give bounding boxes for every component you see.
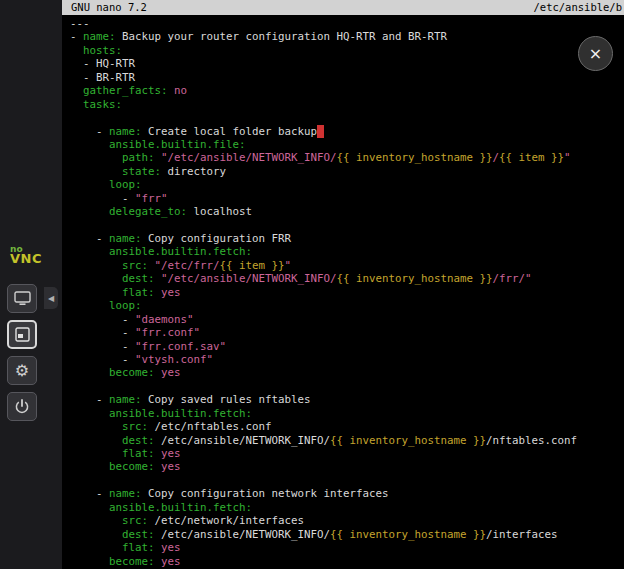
nano-titlebar: GNU nano 7.2 /etc/ansible/b	[62, 0, 624, 15]
code-line: src: "/etc/frr/{{ item }}"	[70, 259, 624, 272]
editor-body[interactable]: ---- name: Backup your router configurat…	[62, 15, 624, 568]
code-line	[70, 111, 624, 124]
code-line: delegate_to: localhost	[70, 205, 624, 218]
code-line: - "frr.conf"	[70, 326, 624, 339]
code-line: ---	[70, 17, 624, 30]
settings-button[interactable]: ⚙	[7, 356, 37, 385]
gear-icon: ⚙	[15, 363, 29, 379]
code-line: dest: "/etc/ansible/NETWORK_INFO/{{ inve…	[70, 272, 624, 285]
code-line	[70, 219, 624, 232]
code-line: path: "/etc/ansible/NETWORK_INFO/{{ inve…	[70, 151, 624, 164]
code-line: ansible.builtin.fetch:	[70, 245, 624, 258]
code-line: ansible.builtin.fetch:	[70, 501, 624, 514]
control-bar-buttons: ⚙	[7, 284, 37, 421]
close-button[interactable]: ×	[578, 36, 613, 71]
code-line	[70, 474, 624, 487]
code-line: - "daemons"	[70, 313, 624, 326]
power-icon	[14, 399, 30, 415]
file-path: /etc/ansible/b	[533, 0, 622, 15]
code-line: become: yes	[70, 366, 624, 379]
code-line: src: /etc/network/interfaces	[70, 514, 624, 527]
vnc-control-sidebar: no VNC ⚙	[0, 0, 62, 569]
nano-terminal[interactable]: GNU nano 7.2 /etc/ansible/b ---- name: B…	[62, 0, 624, 569]
code-line: state: directory	[70, 165, 624, 178]
code-line: gather_facts: no	[70, 84, 624, 97]
code-line: dest: /etc/ansible/NETWORK_INFO/{{ inven…	[70, 528, 624, 541]
close-icon: ×	[589, 44, 602, 63]
code-line: become: yes	[70, 460, 624, 473]
vnc-logo: no VNC	[10, 245, 42, 263]
code-line: become: yes	[70, 555, 624, 568]
fullscreen-icon	[15, 327, 30, 342]
code-line: - name: Backup your router configuration…	[70, 30, 624, 43]
code-line: - name: Copy configuration FRR	[70, 232, 624, 245]
code-line: - name: Copy configuration network inter…	[70, 487, 624, 500]
screen-button[interactable]	[7, 284, 37, 313]
code-line: flat: yes	[70, 447, 624, 460]
code-line: tasks:	[70, 98, 624, 111]
code-line: - name: Copy saved rules nftables	[70, 393, 624, 406]
code-line: ansible.builtin.fetch:	[70, 407, 624, 420]
nano-version: GNU nano 7.2	[71, 0, 147, 15]
code-line: loop:	[70, 178, 624, 191]
code-line: - "frr"	[70, 192, 624, 205]
code-line: - "frr.conf.sav"	[70, 340, 624, 353]
code-line: flat: yes	[70, 286, 624, 299]
code-line: hosts:	[70, 44, 624, 57]
code-line: flat: yes	[70, 541, 624, 554]
code-line: - BR-RTR	[70, 71, 624, 84]
fullscreen-button[interactable]	[7, 320, 37, 349]
code-line: - name: Create local folder backup	[70, 125, 624, 138]
code-line: ansible.builtin.file:	[70, 138, 624, 151]
code-line: - HQ-RTR	[70, 57, 624, 70]
chevron-left-icon: ◀	[48, 294, 54, 303]
code-line	[70, 380, 624, 393]
code-line: dest: /etc/ansible/NETWORK_INFO/{{ inven…	[70, 434, 624, 447]
control-bar-handle[interactable]: ◀	[44, 287, 58, 309]
code-line: loop:	[70, 299, 624, 312]
code-line: - "vtysh.conf"	[70, 353, 624, 366]
code-line: src: /etc/nftables.conf	[70, 420, 624, 433]
screen-icon	[14, 291, 31, 306]
power-button[interactable]	[7, 392, 37, 421]
vnc-logo-text: VNC	[10, 254, 42, 263]
